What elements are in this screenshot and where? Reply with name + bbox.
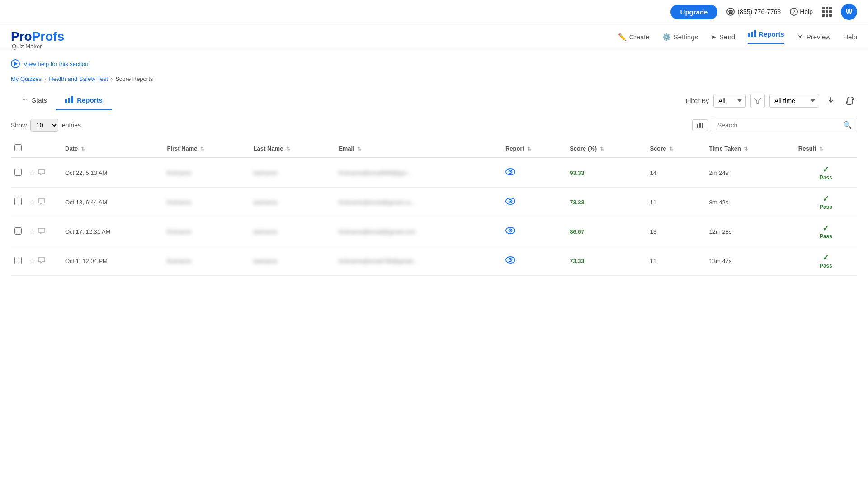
row-date: Oct 22, 5:13 AM <box>61 158 163 188</box>
breadcrumb-separator-1: › <box>44 75 46 82</box>
reports-icon <box>748 30 756 38</box>
view-report-icon[interactable] <box>505 227 515 236</box>
row-checkbox[interactable] <box>14 227 22 235</box>
th-score-pct[interactable]: Score (%) ⇅ <box>566 140 646 158</box>
table-row: ☆ Oct 17, 12:31 AM firstname lastname fi… <box>11 217 857 246</box>
nav-preview[interactable]: 👁 Preview <box>797 33 830 41</box>
th-last-name[interactable]: Last Name ⇅ <box>250 140 335 158</box>
comment-icon[interactable] <box>38 228 45 236</box>
row-score-pct: 73.33 <box>566 246 646 276</box>
logo-profs: Profs <box>32 29 65 43</box>
breadcrumb-my-quizzes[interactable]: My Quizzes <box>11 75 42 82</box>
row-last-name: lastname <box>250 188 335 217</box>
tabs: Stats Reports <box>11 91 112 110</box>
search-button[interactable]: 🔍 <box>839 118 857 132</box>
row-date: Oct 17, 12:31 AM <box>61 217 163 246</box>
content-area: View help for this section My Quizzes › … <box>0 50 868 285</box>
play-icon <box>11 59 20 68</box>
row-report <box>502 217 566 246</box>
nav-help[interactable]: Help <box>843 33 857 41</box>
svg-point-10 <box>509 171 511 172</box>
svg-point-13 <box>509 200 511 202</box>
row-email: firstname@email999@gm... <box>335 158 502 188</box>
row-checkbox[interactable] <box>14 169 22 176</box>
search-box: 🔍 <box>712 118 857 132</box>
comment-icon[interactable] <box>38 257 45 265</box>
th-report[interactable]: Report ⇅ <box>502 140 566 158</box>
breadcrumb-health-safety[interactable]: Health and Safety Test <box>49 75 108 82</box>
view-report-icon[interactable] <box>505 198 515 207</box>
comment-icon[interactable] <box>38 198 45 206</box>
view-report-icon[interactable] <box>505 256 515 265</box>
svg-rect-5 <box>65 99 67 103</box>
th-actions <box>25 140 61 158</box>
nav-create[interactable]: ✏️ Create <box>618 33 650 41</box>
filter-icon-button[interactable] <box>750 94 765 108</box>
row-report <box>502 246 566 276</box>
filter-label: Filter By <box>686 97 709 104</box>
row-result: ✓ Pass <box>795 188 857 217</box>
filter-area: Filter By All Pass Fail All time Today T… <box>686 94 857 108</box>
row-checkbox-cell <box>11 217 25 246</box>
star-icon[interactable]: ☆ <box>29 227 35 236</box>
nav-send[interactable]: ➤ Send <box>711 33 735 41</box>
user-avatar[interactable]: W <box>841 4 857 20</box>
star-icon[interactable]: ☆ <box>29 257 35 265</box>
th-date[interactable]: Date ⇅ <box>61 140 163 158</box>
breadcrumb-separator-2: › <box>111 75 113 82</box>
help-link[interactable]: ? Help <box>790 8 813 16</box>
share-button[interactable] <box>843 94 857 108</box>
row-checkbox-cell <box>11 158 25 188</box>
th-first-name[interactable]: First Name ⇅ <box>163 140 250 158</box>
breadcrumb-current: Score Reports <box>115 75 153 82</box>
phone-number: ☎ (855) 776-7763 <box>726 8 781 16</box>
entries-select[interactable]: 10 25 50 100 <box>30 119 58 132</box>
row-score: 11 <box>646 188 705 217</box>
nav-reports[interactable]: Reports <box>748 30 784 44</box>
help-section-link[interactable]: View help for this section <box>11 59 857 68</box>
pass-check-icon: ✓ <box>822 165 829 174</box>
row-checkbox[interactable] <box>14 257 22 264</box>
columns-button[interactable] <box>692 119 708 131</box>
right-controls: 🔍 <box>692 118 857 132</box>
filter-by-select[interactable]: All Pass Fail <box>713 94 746 108</box>
upgrade-button[interactable]: Upgrade <box>670 5 718 19</box>
row-actions-cell: ☆ <box>25 217 61 246</box>
th-select-all <box>11 140 25 158</box>
svg-point-16 <box>509 230 511 231</box>
th-score[interactable]: Score ⇅ <box>646 140 705 158</box>
row-score-pct: 86.67 <box>566 217 646 246</box>
row-score-pct: 73.33 <box>566 188 646 217</box>
nav-settings[interactable]: ⚙️ Settings <box>662 33 698 41</box>
reports-tab-icon <box>65 96 73 104</box>
row-date: Oct 18, 6:44 AM <box>61 188 163 217</box>
tab-stats[interactable]: Stats <box>11 91 56 110</box>
th-result[interactable]: Result ⇅ <box>795 140 857 158</box>
comment-icon[interactable] <box>38 169 45 177</box>
table-row: ☆ Oct 22, 5:13 AM firstname lastname fir… <box>11 158 857 188</box>
row-report <box>502 188 566 217</box>
th-time-taken[interactable]: Time Taken ⇅ <box>706 140 795 158</box>
search-input[interactable] <box>712 119 839 132</box>
apps-grid-icon[interactable] <box>822 7 832 17</box>
row-actions-cell: ☆ <box>25 188 61 217</box>
row-date: Oct 1, 12:04 PM <box>61 246 163 276</box>
row-checkbox[interactable] <box>14 198 22 205</box>
row-result: ✓ Pass <box>795 246 857 276</box>
star-icon[interactable]: ☆ <box>29 169 35 177</box>
table-row: ☆ Oct 1, 12:04 PM firstname lastname fir… <box>11 246 857 276</box>
tab-reports[interactable]: Reports <box>56 91 112 110</box>
row-time-taken: 12m 28s <box>706 217 795 246</box>
th-email[interactable]: Email ⇅ <box>335 140 502 158</box>
row-email: firstname@email@gmail.co... <box>335 188 502 217</box>
view-report-icon[interactable] <box>505 168 515 177</box>
download-button[interactable] <box>824 94 838 108</box>
row-first-name: firstname <box>163 158 250 188</box>
phone-icon: ☎ <box>726 8 735 16</box>
select-all-checkbox[interactable] <box>14 144 22 151</box>
row-first-name: firstname <box>163 188 250 217</box>
time-filter-select[interactable]: All time Today This week This month <box>769 94 819 108</box>
row-actions-cell: ☆ <box>25 246 61 276</box>
row-last-name: lastname <box>250 217 335 246</box>
star-icon[interactable]: ☆ <box>29 198 35 207</box>
